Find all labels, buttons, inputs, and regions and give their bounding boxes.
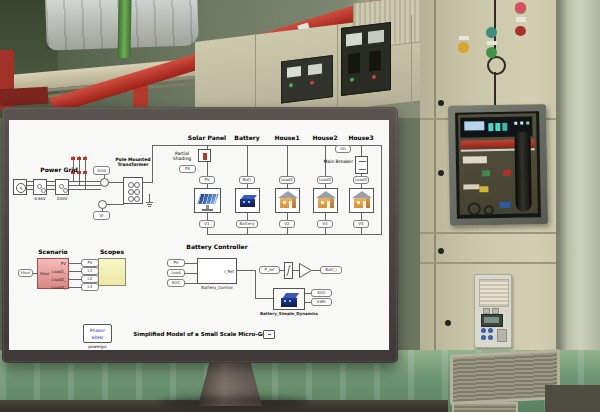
battery-icon (281, 293, 299, 307)
simulink-canvas[interactable]: Power Grid ∿ 6.6kV 200V Grid VI (9, 120, 389, 350)
ac-source-symbol: ∿ (16, 183, 26, 193)
measurement-block[interactable] (100, 178, 109, 187)
partial-shading-label: Partial Shading (167, 151, 197, 161)
model-info-block[interactable] (263, 330, 275, 339)
tag-above-house3[interactable]: Load3 (353, 176, 369, 184)
battery-controller-label: Battery Controller (185, 244, 249, 251)
scenario-port-load2: Load2_ (52, 277, 66, 282)
model-title: Simplified Model of a Small Scale Micro-… (127, 331, 277, 337)
annunciator-lcd (481, 314, 503, 327)
lamp-label (459, 36, 469, 40)
battery-control-sub: Battery_Control (187, 286, 247, 290)
goto-tag-batt-i[interactable]: Batt_I (320, 266, 342, 274)
breaker-handle (514, 131, 531, 211)
house1-block[interactable] (275, 188, 300, 213)
gain-block[interactable] (299, 263, 312, 278)
from-tag-bc-load[interactable]: Load (167, 269, 185, 277)
battery-control-out-port: I_Ref (224, 269, 234, 274)
indicator-lamp-red (515, 2, 526, 13)
annunciator-button (481, 335, 486, 340)
tag-below-house2[interactable]: V3 (317, 220, 333, 228)
tag-below-solar[interactable]: V1 (199, 220, 215, 228)
battery-block[interactable] (235, 188, 260, 213)
goto-tag-vi[interactable]: VI (93, 211, 110, 220)
scenario-port-load3: Load3_ (52, 285, 66, 290)
solar-panel-block[interactable] (194, 188, 221, 213)
battery-control-block[interactable]: I_Ref (197, 258, 237, 284)
house3-block[interactable] (349, 188, 374, 213)
indicator-lamp-teal (486, 27, 497, 38)
tag-below-house1[interactable]: V2 (279, 220, 295, 228)
grid-impedance-block[interactable] (33, 179, 47, 195)
green-pipe (117, 0, 131, 58)
breaker-sticker (463, 156, 487, 163)
tag-above-house1[interactable]: Load1 (279, 176, 295, 184)
from-tag-on[interactable]: On (335, 145, 351, 153)
battery-dynamics-block[interactable] (273, 288, 305, 310)
from-tag-hour[interactable]: Hour (18, 269, 33, 277)
from-tag-bc-pv[interactable]: PV (167, 259, 185, 267)
scenario-block[interactable]: Hour PV Load1_ Load2_ Load3_ (37, 258, 69, 289)
tag-below-battery[interactable]: Battery (236, 220, 258, 228)
house2-block[interactable] (313, 188, 338, 213)
powergui-label: powergui (83, 345, 112, 349)
cabinet-base-shadow (545, 385, 600, 412)
indicator-lamp-green (486, 47, 497, 58)
scenario-in-port: Hour (40, 271, 50, 276)
monitor-screen[interactable]: Power Grid ∿ 6.6kV 200V Grid VI (9, 120, 389, 350)
annunciator-panel (474, 274, 512, 348)
house-icon (351, 191, 372, 210)
goto-tag-grid[interactable]: Grid (93, 166, 110, 175)
tag-above-house2[interactable]: Load2 (317, 176, 333, 184)
battery-dynamics-label: Battery_Simple_Dynamics (247, 312, 331, 316)
power-grid-label: Power Grid (33, 167, 85, 174)
transformer-block[interactable] (123, 177, 143, 204)
battery-icon (240, 195, 256, 207)
tag-above-solar[interactable]: PV (199, 176, 215, 184)
mimic-breaker-symbol (487, 56, 506, 75)
scenario-label: Scenario (29, 249, 77, 256)
annunciator-led-rows (479, 279, 509, 307)
monitor-shadow (160, 396, 310, 408)
meter-panel-2 (341, 22, 391, 96)
meter-panel-1 (281, 55, 333, 103)
from-tag-pref[interactable]: P_ref (259, 266, 280, 274)
panel-knob (438, 248, 444, 254)
breaker-face (458, 113, 538, 214)
goto-tag-kwh[interactable]: kWh (311, 298, 332, 306)
goto-tag-l3[interactable]: L3 (81, 283, 99, 291)
goto-tag-l1[interactable]: L1 (81, 267, 99, 275)
grid-impedance-sub: 6.6kV (29, 197, 51, 201)
goto-tag-pv[interactable]: PV (81, 259, 99, 267)
red-beam-low (0, 87, 48, 106)
panel-knob (438, 170, 444, 176)
from-tag-ps[interactable]: PS (179, 165, 196, 173)
annunciator-button (488, 328, 493, 333)
lamp-label (487, 41, 497, 45)
tag-below-house3[interactable]: V4 (353, 220, 369, 228)
breaker-port (468, 202, 481, 215)
ac-source-block[interactable]: ∿ (13, 179, 27, 195)
saturation-block[interactable] (284, 262, 293, 279)
annunciator-button (488, 335, 493, 340)
breaker-port (484, 205, 494, 215)
from-tag-bc-soc[interactable]: SOC (167, 279, 185, 287)
powergui-line2: 60Hz (84, 335, 111, 340)
monitor: Power Grid ∿ 6.6kV 200V Grid VI (2, 107, 398, 363)
panel-knob (445, 320, 451, 326)
scopes-block[interactable] (98, 258, 126, 286)
powergui-block[interactable]: Phasor 60Hz (83, 324, 112, 343)
partial-shading-block[interactable] (198, 149, 211, 162)
grid-feeder-block[interactable] (55, 179, 69, 195)
vent-grille-bottom (450, 349, 560, 405)
indicator-lamp-darkred (515, 26, 526, 36)
goto-tag-soc[interactable]: SOC (311, 289, 332, 297)
tag-above-battery[interactable]: Batt (239, 176, 255, 184)
measurement-block-2[interactable] (98, 200, 107, 209)
feeder-label-house3: House3 (336, 135, 386, 142)
panel-knob (438, 100, 444, 106)
lamp-label (516, 17, 526, 22)
goto-tag-l2[interactable]: L2 (81, 275, 99, 283)
main-breaker-block[interactable] (355, 156, 368, 174)
scenario-port-load1: Load1_ (52, 269, 66, 274)
